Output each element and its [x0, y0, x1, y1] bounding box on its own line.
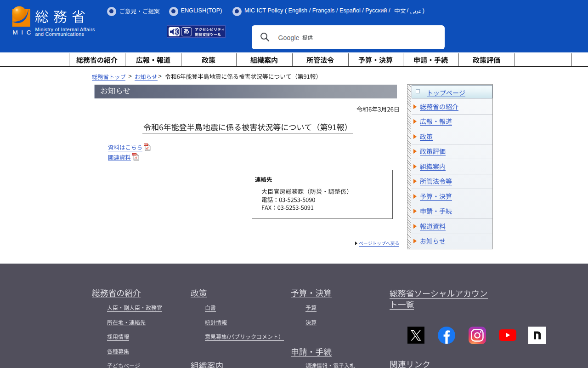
svg-text:PDF: PDF — [144, 144, 148, 146]
svg-text:PDF: PDF — [133, 153, 136, 155]
